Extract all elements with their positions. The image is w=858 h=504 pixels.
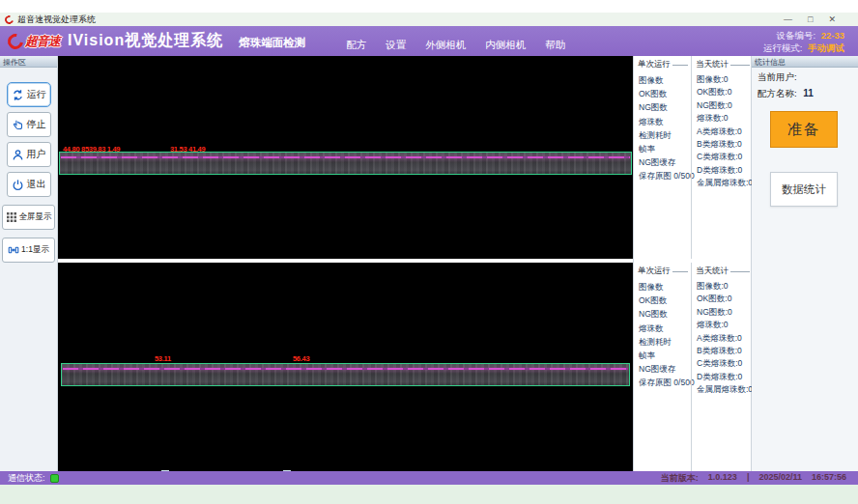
device-number-value: 22-33 — [821, 30, 844, 41]
stat-row: 检测耗时 — [638, 335, 688, 349]
ready-button[interactable]: 准备 — [770, 111, 838, 148]
stat-row: 熔珠数:0 — [696, 112, 750, 125]
app-logo-icon — [5, 15, 14, 24]
recipe-name-row: 配方名称: 11 — [752, 84, 858, 100]
menu-item[interactable]: 设置 — [386, 39, 406, 52]
roi-rectangle — [61, 363, 630, 386]
hand-stop-icon — [12, 119, 24, 131]
status-bar-right: 当前版本: 1.0.123 | 2025/02/11 16:57:56 — [661, 472, 850, 485]
one-to-one-button-label: 1:1显示 — [21, 244, 49, 256]
run-button[interactable]: 运行 — [7, 82, 51, 107]
power-icon — [12, 179, 24, 191]
version-label: 当前版本: — [661, 472, 699, 485]
stat-row: NG图数 — [638, 100, 688, 114]
device-number-label: 设备编号: — [776, 30, 815, 41]
stats-group-outer: 单次运行 图像数OK图数NG图数熔珠数检测耗时帧率NG图缓存保存原图 0/500… — [634, 56, 751, 259]
comm-status-led — [50, 474, 59, 483]
fullscreen-button-label: 全屏显示 — [19, 211, 52, 223]
current-user-label: 当前用户: — [758, 71, 797, 82]
stat-row: D类熔珠数:0 — [696, 371, 750, 383]
stat-row: 熔珠数:0 — [696, 319, 750, 331]
stat-row: 帧率 — [638, 142, 688, 155]
menu-item[interactable]: 帮助 — [545, 39, 565, 52]
run-mode-label: 运行模式: — [763, 42, 803, 53]
fullscreen-button[interactable]: 全屏显示 — [2, 205, 55, 230]
stat-row: 金属屑熔珠数:0 — [696, 177, 750, 189]
stat-row: 保存原图 0/500 — [638, 169, 688, 182]
app-title: IVision视觉处理系统 — [68, 31, 223, 51]
one-to-one-icon — [8, 244, 19, 256]
main-area: 操作区 运行 停止 — [0, 56, 858, 471]
app-subtitle: 熔珠端面检测 — [239, 36, 305, 50]
stat-row: NG图缓存 — [638, 155, 688, 169]
status-time: 16:57:56 — [812, 472, 846, 485]
single-run-column: 单次运行 图像数OK图数NG图数熔珠数检测耗时帧率NG图缓存保存原图 0/500 — [634, 263, 691, 471]
stat-row: OK图数 — [638, 87, 688, 100]
camera-view-outer[interactable]: 44.80 8539.83 1.49 31.53 41.49 — [58, 56, 633, 259]
current-user-row: 当前用户: — [752, 68, 858, 84]
close-button[interactable]: ✕ — [828, 13, 836, 26]
stat-row: C类熔珠数:0 — [696, 357, 750, 370]
device-number-row: 设备编号: 22-33 — [763, 29, 844, 42]
operation-panel: 操作区 运行 停止 — [0, 56, 58, 471]
stat-row: 图像数 — [638, 73, 688, 87]
single-run-list: 图像数OK图数NG图数熔珠数检测耗时帧率NG图缓存保存原图 0/500 — [638, 73, 688, 183]
weld-strip-image — [61, 363, 630, 386]
data-statistics-button[interactable]: 数据统计 — [770, 172, 838, 207]
today-stats-title: 当天统计 — [696, 59, 750, 70]
brand-swoosh-icon — [5, 30, 26, 51]
menu-item[interactable]: 内侧相机 — [485, 39, 526, 52]
today-stats-column: 当天统计 图像数:0OK图数:0NG图数:0熔珠数:0A类熔珠数:0B类熔珠数:… — [691, 56, 753, 259]
brand-logo-text: 超音速 — [25, 33, 60, 50]
status-bar: 通信状态: 当前版本: 1.0.123 | 2025/02/11 16:57:5… — [0, 471, 858, 485]
single-run-title: 单次运行 — [638, 59, 688, 70]
stat-row: A类熔珠数:0 — [696, 332, 750, 345]
stop-button-label: 停止 — [27, 118, 46, 131]
exit-button-label: 退出 — [27, 178, 46, 191]
today-stats-column: 当天统计 图像数:0OK图数:0NG图数:0熔珠数:0A类熔珠数:0B类熔珠数:… — [691, 263, 753, 471]
info-panel: 统计信息 当前用户: 配方名称: 11 准备 数据统计 — [752, 56, 858, 471]
today-stats-list: 图像数:0OK图数:0NG图数:0熔珠数:0A类熔珠数:0B类熔珠数:0C类熔珠… — [696, 280, 750, 397]
stat-row: NG图数:0 — [696, 99, 750, 112]
menu-item[interactable]: 外侧相机 — [425, 39, 466, 52]
user-button-label: 用户 — [27, 148, 46, 161]
stat-row: B类熔珠数:0 — [696, 345, 750, 357]
status-date: 2025/02/11 — [758, 472, 802, 485]
main-menu: 配方设置外侧相机内侧相机帮助 — [346, 39, 565, 52]
maximize-button[interactable]: □ — [808, 13, 813, 26]
roi-rectangle — [59, 152, 632, 175]
recipe-name-label: 配方名称: — [758, 88, 797, 98]
single-run-list: 图像数OK图数NG图数熔珠数检测耗时帧率NG图缓存保存原图 0/500 — [638, 280, 688, 390]
stats-group-inner: 单次运行 图像数OK图数NG图数熔珠数检测耗时帧率NG图缓存保存原图 0/500… — [634, 263, 751, 471]
stat-row: OK图数:0 — [696, 86, 750, 98]
statistics-area: 单次运行 图像数OK图数NG图数熔珠数检测耗时帧率NG图缓存保存原图 0/500… — [633, 56, 752, 471]
measurement-annotation: 53.11 — [155, 354, 171, 363]
desktop-background — [0, 485, 858, 504]
measurement-annotation: 56.43 — [293, 354, 309, 363]
run-mode-value: 手动调试 — [808, 42, 844, 53]
comm-status-label: 通信状态: — [8, 472, 45, 485]
operation-buttons: 运行 停止 用户 退出 — [0, 68, 57, 267]
stat-row: 帧率 — [638, 349, 688, 362]
status-separator: | — [747, 472, 750, 485]
single-run-column: 单次运行 图像数OK图数NG图数熔珠数检测耗时帧率NG图缓存保存原图 0/500 — [634, 56, 691, 259]
stat-row: 熔珠数 — [638, 115, 688, 128]
camera-view-inner[interactable]: 53.11 56.43 — [58, 263, 633, 471]
brand-logo: 超音速 — [8, 33, 60, 50]
operation-panel-title: 操作区 — [0, 56, 57, 68]
stop-button[interactable]: 停止 — [7, 112, 51, 137]
minimize-button[interactable]: — — [784, 13, 792, 26]
stat-row: NG图数 — [638, 307, 688, 321]
exit-button[interactable]: 退出 — [7, 172, 51, 197]
stat-row: 图像数:0 — [696, 280, 750, 293]
menu-item[interactable]: 配方 — [346, 39, 366, 52]
weld-strip-image — [59, 152, 632, 175]
stat-row: 熔珠数 — [638, 322, 688, 335]
titlebar: 超音速视觉处理系统 — □ ✕ — [0, 13, 858, 26]
version-value: 1.0.123 — [708, 472, 737, 485]
one-to-one-button[interactable]: 1:1显示 — [2, 238, 55, 263]
stat-row: 图像数:0 — [696, 73, 750, 86]
user-button[interactable]: 用户 — [7, 142, 51, 167]
stat-row: B类熔珠数:0 — [696, 138, 750, 151]
stat-row: 金属屑熔珠数:0 — [696, 383, 750, 396]
